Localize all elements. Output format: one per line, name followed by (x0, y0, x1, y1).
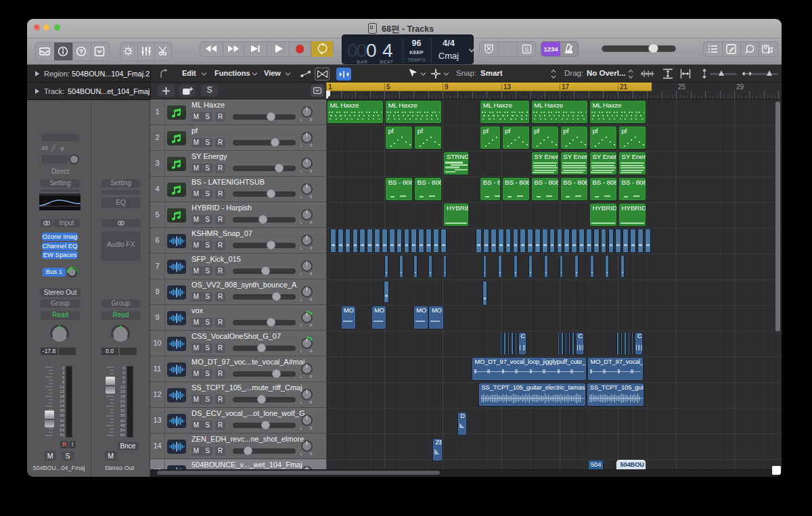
svg-text:?: ? (79, 47, 83, 55)
svg-text:S: S (524, 46, 528, 53)
